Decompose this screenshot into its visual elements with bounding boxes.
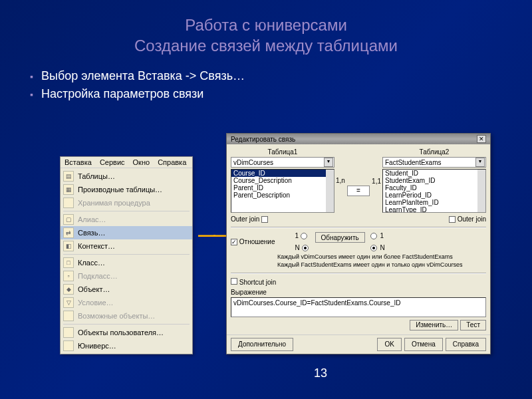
test-button[interactable]: Тест xyxy=(460,320,486,331)
relation-checkbox[interactable]: Отношение xyxy=(231,238,275,245)
menu-item[interactable]: Объекты пользователя… xyxy=(61,326,192,339)
menu-item[interactable]: ▤Таблицы… xyxy=(61,170,192,183)
menu-item[interactable]: ◆Объект… xyxy=(61,283,192,296)
menu-item[interactable]: □Класс… xyxy=(61,256,192,269)
bullet-item: Выбор элемента Вставка -> Связь… xyxy=(30,69,532,83)
menu-item-icon xyxy=(63,327,74,338)
menu-item-icon: ▤ xyxy=(63,171,74,182)
cancel-button[interactable]: Отмена xyxy=(404,338,443,351)
menu-bar[interactable]: Вставка Сервис Окно Справка xyxy=(61,157,192,168)
slide-title: Работа с юниверсами Создание связей межд… xyxy=(0,0,532,61)
menu-item[interactable]: Юниверс… xyxy=(61,339,192,352)
page-number: 13 xyxy=(314,366,327,380)
bullet-list: Выбор элемента Вставка -> Связь… Настрой… xyxy=(0,61,532,101)
table1-label: Таблица1 xyxy=(231,148,334,156)
menu-item: ▫Подкласс… xyxy=(61,269,192,283)
table1-fields[interactable]: Course_ID Course_Description Parent_ID P… xyxy=(231,169,334,213)
edit-button[interactable]: Изменить… xyxy=(410,320,458,331)
menu-item[interactable]: ⇄Связь… xyxy=(61,226,192,239)
menu-item-icon: ▽ xyxy=(63,297,74,308)
detect-button[interactable]: Обнаружить xyxy=(315,232,365,243)
menu-item-icon: ◧ xyxy=(63,241,74,251)
menu-item: ▢Алиас… xyxy=(61,213,192,226)
table2-fields[interactable]: Student_ID StudentExam_ID Faculty_ID Lea… xyxy=(382,169,486,213)
close-icon[interactable]: ✕ xyxy=(477,135,486,143)
cardinality-text: Каждый vDimCourses имеет один или более … xyxy=(277,253,486,269)
shortcut-join-checkbox[interactable]: Shortcut join xyxy=(231,279,276,286)
menu-item: Хранимая процедура xyxy=(61,196,192,209)
ok-button[interactable]: OK xyxy=(377,338,401,351)
menu-item-icon xyxy=(63,198,74,208)
dialog-titlebar[interactable]: Редактировать связь ✕ xyxy=(227,134,490,144)
menu-item[interactable]: ▦Производные таблицы… xyxy=(61,183,192,196)
menu-item-icon: ▫ xyxy=(63,271,74,281)
outer-join-right[interactable]: Outer join xyxy=(449,215,486,223)
table2-label: Таблица2 xyxy=(382,148,486,156)
edit-link-dialog: Редактировать связь ✕ Таблица1 vDimCours… xyxy=(226,133,491,354)
expression-box[interactable]: vDimCourses.Course_ID=FactStudentExams.C… xyxy=(231,297,486,317)
bullet-item: Настройка параметров связи xyxy=(30,87,532,101)
menu-item-icon: ⇄ xyxy=(63,227,74,238)
menu-item-icon xyxy=(63,311,74,321)
menu-item-icon xyxy=(63,340,74,351)
help-button[interactable]: Справка xyxy=(446,338,486,351)
popup-menu: Вставка Сервис Окно Справка ▤Таблицы…▦Пр… xyxy=(60,156,193,354)
menu-item-icon: ◆ xyxy=(63,284,74,295)
outer-join-left[interactable]: Outer join xyxy=(231,215,268,223)
menu-item: ▽Условие… xyxy=(61,296,192,309)
menu-item-icon: ▢ xyxy=(63,214,74,225)
join-operator[interactable]: = xyxy=(347,186,370,196)
menu-item-icon: □ xyxy=(63,257,74,268)
menu-item[interactable]: ◧Контекст… xyxy=(61,239,192,253)
menu-item: Возможные объекты… xyxy=(61,309,192,323)
menu-item-icon: ▦ xyxy=(63,184,74,195)
table1-combo[interactable]: vDimCourses xyxy=(231,157,334,168)
table2-combo[interactable]: FactStudentExams xyxy=(382,157,486,168)
more-button[interactable]: Дополнительно xyxy=(231,338,293,351)
